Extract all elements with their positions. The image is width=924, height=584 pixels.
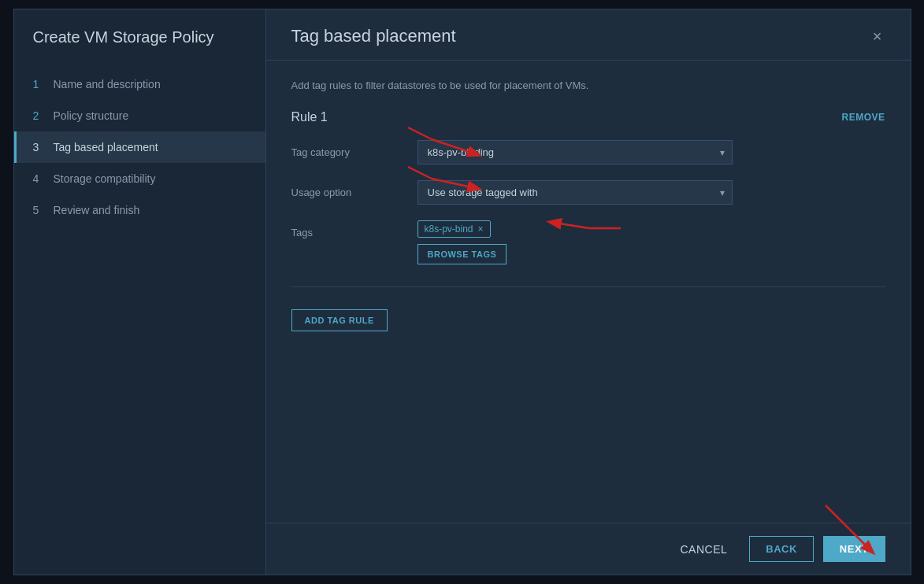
overlay: Create VM Storage Policy 1 Name and desc… bbox=[0, 0, 924, 584]
subtitle: Add tag rules to filter datastores to be… bbox=[291, 79, 885, 91]
usage-option-control: Use storage tagged with bbox=[417, 180, 733, 205]
sidebar-item-tag-based-placement[interactable]: 3 Tag based placement bbox=[14, 131, 265, 163]
back-button[interactable]: BACK bbox=[749, 536, 814, 562]
sidebar-item-label-2: Policy structure bbox=[54, 109, 129, 122]
sidebar-item-label-5: Review and finish bbox=[54, 204, 140, 216]
step-4-num: 4 bbox=[33, 172, 46, 185]
tag-category-select-wrapper: k8s-pv-binding bbox=[417, 140, 733, 164]
sidebar-item-label-3: Tag based placement bbox=[54, 141, 158, 153]
add-tag-rule-button[interactable]: ADD TAG RULE bbox=[291, 309, 388, 331]
sidebar: Create VM Storage Policy 1 Name and desc… bbox=[14, 9, 266, 575]
tag-chip: k8s-pv-bind × bbox=[417, 220, 491, 238]
close-button[interactable]: × bbox=[870, 25, 885, 47]
tags-label: Tags bbox=[291, 220, 417, 238]
tag-category-control: k8s-pv-binding bbox=[417, 140, 733, 164]
divider bbox=[291, 286, 885, 287]
main-body: Add tag rules to filter datastores to be… bbox=[266, 61, 911, 523]
tags-row: Tags k8s-pv-bind × BROWSE TAGS bbox=[291, 220, 885, 264]
tag-category-row: Tag category k8s-pv-binding bbox=[291, 140, 885, 164]
sidebar-item-label-1: Name and description bbox=[54, 78, 161, 91]
rule-title: Rule 1 bbox=[291, 110, 328, 124]
sidebar-item-label-4: Storage compatibility bbox=[54, 172, 156, 185]
tag-chip-remove-button[interactable]: × bbox=[478, 224, 484, 234]
tag-chip-value: k8s-pv-bind bbox=[425, 224, 473, 235]
browse-tags-button[interactable]: BROWSE TAGS bbox=[417, 244, 507, 264]
main-content: Tag based placement × Add tag rules to f… bbox=[266, 9, 911, 575]
step-5-num: 5 bbox=[33, 204, 46, 216]
sidebar-item-policy-structure[interactable]: 2 Policy structure bbox=[14, 100, 265, 131]
tags-container: k8s-pv-bind × bbox=[417, 220, 733, 238]
main-header: Tag based placement × bbox=[266, 9, 911, 61]
usage-option-select-wrapper: Use storage tagged with bbox=[417, 180, 733, 205]
sidebar-item-name-description[interactable]: 1 Name and description bbox=[14, 68, 265, 100]
usage-option-label: Usage option bbox=[291, 180, 417, 198]
usage-option-select[interactable]: Use storage tagged with bbox=[417, 180, 733, 205]
sidebar-title: Create VM Storage Policy bbox=[14, 28, 265, 68]
tag-category-select[interactable]: k8s-pv-binding bbox=[417, 140, 733, 164]
step-1-num: 1 bbox=[33, 78, 46, 91]
sidebar-item-review-finish[interactable]: 5 Review and finish bbox=[14, 194, 265, 226]
usage-option-row: Usage option Use storage tagged with bbox=[291, 180, 885, 205]
dialog: Create VM Storage Policy 1 Name and desc… bbox=[13, 9, 911, 575]
rule-header: Rule 1 REMOVE bbox=[291, 110, 885, 124]
step-2-num: 2 bbox=[33, 109, 46, 122]
sidebar-item-storage-compatibility[interactable]: 4 Storage compatibility bbox=[14, 163, 265, 194]
main-footer: CANCEL BACK NEXT bbox=[266, 523, 911, 575]
tags-control: k8s-pv-bind × BROWSE TAGS bbox=[417, 220, 733, 264]
next-button[interactable]: NEXT bbox=[823, 536, 885, 562]
cancel-button[interactable]: CANCEL bbox=[667, 537, 740, 562]
main-title: Tag based placement bbox=[291, 26, 456, 46]
remove-button[interactable]: REMOVE bbox=[841, 112, 885, 123]
step-3-num: 3 bbox=[33, 141, 46, 153]
tag-category-label: Tag category bbox=[291, 140, 417, 158]
